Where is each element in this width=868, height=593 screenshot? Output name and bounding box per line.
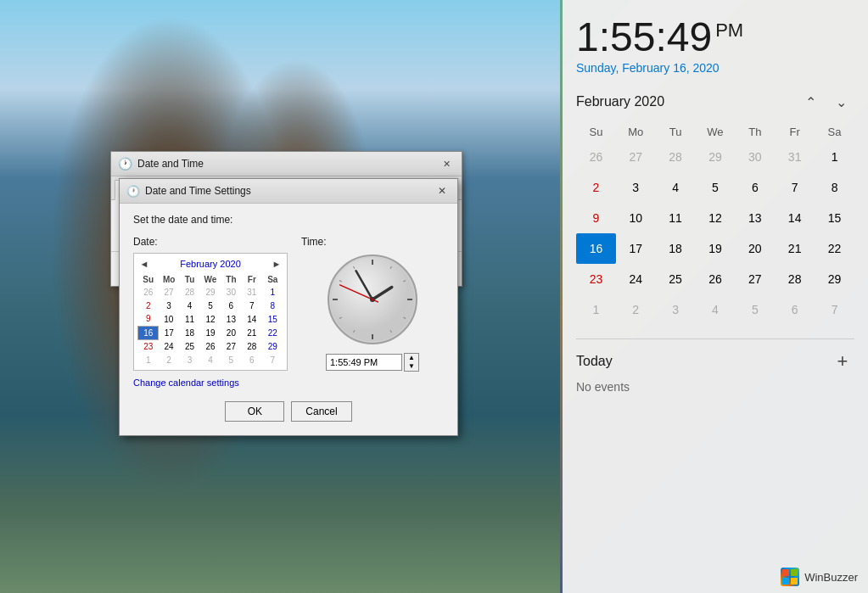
calendar-day-cell[interactable]: 31 bbox=[775, 142, 815, 172]
time-spin-up-btn[interactable]: ▲ bbox=[405, 354, 418, 362]
calendar-day-cell[interactable]: 4 bbox=[696, 294, 736, 325]
mini-calendar-day-cell[interactable]: 3 bbox=[179, 353, 199, 366]
mini-calendar-day-cell[interactable]: 7 bbox=[242, 299, 262, 312]
calendar-day-cell[interactable]: 8 bbox=[815, 172, 854, 203]
mini-calendar-day-cell[interactable]: 14 bbox=[242, 312, 262, 326]
mini-calendar-day-cell[interactable]: 16 bbox=[138, 326, 159, 339]
dts-ok-button[interactable]: OK bbox=[225, 401, 284, 422]
mini-calendar-day-cell[interactable]: 15 bbox=[262, 312, 283, 326]
mini-calendar-day-cell[interactable]: 6 bbox=[242, 353, 262, 366]
mini-calendar-day-cell[interactable]: 21 bbox=[242, 326, 262, 339]
mini-calendar-day-cell[interactable]: 23 bbox=[138, 339, 159, 353]
calendar-day-cell[interactable]: 28 bbox=[656, 142, 696, 172]
calendar-day-cell[interactable]: 20 bbox=[735, 233, 775, 264]
calendar-day-cell[interactable]: 17 bbox=[616, 233, 656, 264]
calendar-day-cell[interactable]: 7 bbox=[775, 172, 815, 203]
mini-calendar-day-cell[interactable]: 7 bbox=[262, 353, 283, 366]
dts-icon: 🕐 bbox=[126, 185, 140, 198]
calendar-day-cell[interactable]: 28 bbox=[775, 264, 815, 294]
calendar-day-cell[interactable]: 13 bbox=[735, 203, 775, 233]
outer-dialog-close-button[interactable]: ✕ bbox=[438, 156, 455, 171]
mini-calendar-day-cell[interactable]: 10 bbox=[159, 312, 179, 326]
calendar-day-cell[interactable]: 3 bbox=[656, 294, 696, 325]
mini-calendar-day-cell[interactable]: 1 bbox=[262, 285, 283, 299]
calendar-day-cell[interactable]: 4 bbox=[656, 172, 696, 203]
calendar-day-cell[interactable]: 15 bbox=[815, 203, 854, 233]
mini-calendar-day-cell[interactable]: 30 bbox=[221, 285, 241, 299]
mini-calendar-day-cell[interactable]: 29 bbox=[262, 339, 283, 353]
calendar-day-cell[interactable]: 7 bbox=[815, 294, 854, 325]
calendar-day-cell[interactable]: 11 bbox=[656, 203, 696, 233]
mini-calendar-day-cell[interactable]: 17 bbox=[159, 326, 179, 339]
mini-calendar-day-cell[interactable]: 18 bbox=[179, 326, 199, 339]
date-section: Date: ◄ February 2020 ► Su Mo bbox=[133, 236, 288, 388]
calendar-day-cell[interactable]: 19 bbox=[696, 233, 736, 264]
mini-cal-prev-btn[interactable]: ◄ bbox=[137, 257, 151, 271]
calendar-day-cell[interactable]: 18 bbox=[656, 233, 696, 264]
dts-cancel-button[interactable]: Cancel bbox=[291, 401, 351, 422]
calendar-prev-btn[interactable]: ⌃ bbox=[797, 88, 824, 115]
calendar-day-cell[interactable]: 23 bbox=[576, 264, 616, 294]
calendar-day-cell[interactable]: 1 bbox=[576, 294, 616, 325]
mini-calendar-day-cell[interactable]: 22 bbox=[262, 326, 283, 339]
mini-calendar-day-cell[interactable]: 24 bbox=[159, 339, 179, 353]
mini-calendar-day-cell[interactable]: 28 bbox=[242, 339, 262, 353]
calendar-day-cell[interactable]: 12 bbox=[696, 203, 736, 233]
mini-calendar-day-cell[interactable]: 3 bbox=[159, 299, 179, 312]
time-spin-down-btn[interactable]: ▼ bbox=[405, 362, 418, 371]
calendar-day-cell[interactable]: 29 bbox=[696, 142, 736, 172]
calendar-day-cell[interactable]: 2 bbox=[616, 294, 656, 325]
mini-calendar-day-cell[interactable]: 27 bbox=[159, 285, 179, 299]
mini-calendar-day-cell[interactable]: 25 bbox=[179, 339, 199, 353]
calendar-day-cell[interactable]: 24 bbox=[616, 264, 656, 294]
mini-calendar-day-cell[interactable]: 11 bbox=[179, 312, 199, 326]
calendar-day-cell[interactable]: 9 bbox=[576, 203, 616, 233]
calendar-day-cell[interactable]: 29 bbox=[815, 264, 854, 294]
calendar-day-cell[interactable]: 2 bbox=[576, 172, 616, 203]
calendar-day-cell[interactable]: 30 bbox=[735, 142, 775, 172]
calendar-day-cell[interactable]: 10 bbox=[616, 203, 656, 233]
calendar-day-cell[interactable]: 26 bbox=[696, 264, 736, 294]
calendar-day-cell[interactable]: 5 bbox=[735, 294, 775, 325]
mini-calendar-day-cell[interactable]: 1 bbox=[138, 353, 159, 366]
add-event-button[interactable]: + bbox=[831, 350, 854, 373]
mini-calendar-day-cell[interactable]: 9 bbox=[138, 312, 159, 326]
clock-time-display: 1:55:49PM bbox=[576, 17, 854, 58]
mini-calendar-day-cell[interactable]: 4 bbox=[200, 353, 221, 366]
mini-calendar-day-cell[interactable]: 27 bbox=[221, 339, 241, 353]
mini-calendar-day-cell[interactable]: 5 bbox=[200, 299, 221, 312]
calendar-day-cell[interactable]: 1 bbox=[815, 142, 854, 172]
mini-calendar-day-cell[interactable]: 2 bbox=[138, 299, 159, 312]
mini-calendar-day-cell[interactable]: 2 bbox=[159, 353, 179, 366]
calendar-next-btn[interactable]: ⌄ bbox=[827, 88, 854, 115]
mini-calendar-day-cell[interactable]: 4 bbox=[179, 299, 199, 312]
time-input-field[interactable] bbox=[326, 354, 402, 371]
calendar-day-cell[interactable]: 27 bbox=[735, 264, 775, 294]
calendar-day-cell[interactable]: 27 bbox=[616, 142, 656, 172]
mini-calendar-day-cell[interactable]: 28 bbox=[179, 285, 199, 299]
calendar-day-cell[interactable]: 3 bbox=[616, 172, 656, 203]
calendar-day-cell[interactable]: 22 bbox=[815, 233, 854, 264]
calendar-day-cell[interactable]: 26 bbox=[576, 142, 616, 172]
calendar-day-cell[interactable]: 16 bbox=[576, 233, 616, 264]
mini-calendar-day-cell[interactable]: 20 bbox=[221, 326, 241, 339]
mini-calendar-day-cell[interactable]: 31 bbox=[242, 285, 262, 299]
mini-calendar-day-cell[interactable]: 29 bbox=[200, 285, 221, 299]
calendar-day-cell[interactable]: 6 bbox=[775, 294, 815, 325]
calendar-day-cell[interactable]: 5 bbox=[696, 172, 736, 203]
mini-calendar-day-cell[interactable]: 6 bbox=[221, 299, 241, 312]
change-calendar-settings-link[interactable]: Change calendar settings bbox=[133, 378, 288, 388]
mini-calendar-day-cell[interactable]: 8 bbox=[262, 299, 283, 312]
mini-cal-next-btn[interactable]: ► bbox=[270, 257, 283, 271]
calendar-day-cell[interactable]: 25 bbox=[656, 264, 696, 294]
mini-calendar-day-cell[interactable]: 26 bbox=[200, 339, 221, 353]
mini-calendar-day-cell[interactable]: 12 bbox=[200, 312, 221, 326]
calendar-day-cell[interactable]: 6 bbox=[735, 172, 775, 203]
mini-calendar-day-cell[interactable]: 5 bbox=[221, 353, 241, 366]
calendar-day-cell[interactable]: 21 bbox=[775, 233, 815, 264]
dts-close-button[interactable]: ✕ bbox=[434, 183, 451, 199]
mini-calendar-day-cell[interactable]: 13 bbox=[221, 312, 241, 326]
mini-calendar-day-cell[interactable]: 19 bbox=[200, 326, 221, 339]
calendar-day-cell[interactable]: 14 bbox=[775, 203, 815, 233]
mini-calendar-day-cell[interactable]: 26 bbox=[138, 285, 159, 299]
